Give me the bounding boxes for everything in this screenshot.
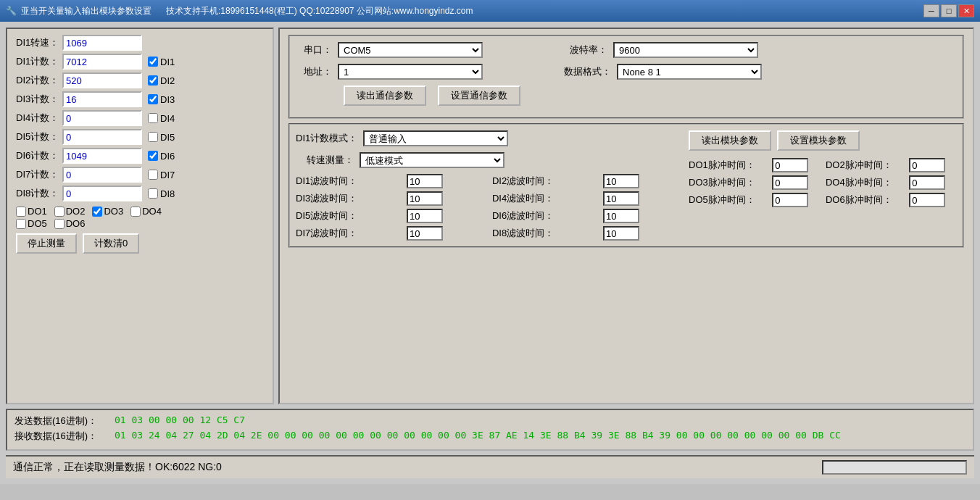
baud-select[interactable]: 9600 19200 38400 57600 115200 <box>613 42 758 58</box>
addr-row: 地址： 1 2 3 4 <box>296 64 520 80</box>
di1-count-label: DI1计数： <box>16 55 59 68</box>
di7-checkbox[interactable] <box>148 170 158 180</box>
read-comm-button[interactable]: 读出通信参数 <box>344 86 426 106</box>
di8-checkbox[interactable] <box>148 188 158 199</box>
do2-pulse-input[interactable] <box>909 158 945 172</box>
di1-filter-label: DI1滤波时间： <box>296 175 399 188</box>
di2-count-label: DI2计数： <box>16 74 59 87</box>
speed-mode-label: 转速测量： <box>296 154 354 167</box>
do3-item: DO3 <box>92 206 123 217</box>
comm-section: 串口： COM5 COM1 COM2 COM3 COM4 COM6 <box>288 35 964 119</box>
dataformat-select[interactable]: None 8 1 Even 8 1 Odd 8 1 <box>617 64 762 80</box>
di6-filter-label: DI6滤波时间： <box>492 209 596 222</box>
do6-checkbox[interactable] <box>54 219 65 229</box>
do1-pulse-input[interactable] <box>772 158 808 172</box>
di8-filter-input[interactable] <box>603 226 639 241</box>
title-bar-controls: ─ □ ✕ <box>923 4 974 17</box>
di4-count-label: DI4计数： <box>16 112 59 125</box>
di5-checkbox[interactable] <box>148 132 158 142</box>
di1-mode-label: DI1计数模式： <box>296 132 357 145</box>
do6-label: DO6 <box>66 218 86 229</box>
di6-count-input[interactable] <box>62 148 142 164</box>
module-section: DI1计数模式： 普通输入 计数模式 速度模式 转速测量： 低速模式 <box>288 123 964 248</box>
di2-filter-input[interactable] <box>603 174 639 188</box>
di2-checkbox[interactable] <box>148 75 158 86</box>
di5-filter-input[interactable] <box>407 209 443 223</box>
do4-item: DO4 <box>130 206 162 217</box>
addr-select[interactable]: 1 2 3 4 <box>338 64 483 80</box>
di6-checkbox-label: DI6 <box>160 151 175 162</box>
do-row-1: DO1 DO2 DO3 DO4 <box>16 206 264 217</box>
di6-filter-input[interactable] <box>603 209 639 223</box>
do4-pulse-input[interactable] <box>909 175 945 190</box>
di1-mode-select[interactable]: 普通输入 计数模式 速度模式 <box>363 130 508 146</box>
di7-filter-label: DI7滤波时间： <box>296 227 399 240</box>
addr-label: 地址： <box>296 65 332 78</box>
di5-count-input[interactable] <box>62 129 142 145</box>
do4-checkbox[interactable] <box>130 207 141 217</box>
set-comm-button[interactable]: 设置通信参数 <box>438 86 520 106</box>
do3-pulse-label: DO3脉冲时间： <box>689 176 766 189</box>
port-select[interactable]: COM5 COM1 COM2 COM3 COM4 COM6 <box>338 42 483 58</box>
di7-count-row: DI7计数： DI7 <box>16 167 264 183</box>
dataformat-row: 数据格式： None 8 1 Even 8 1 Odd 8 1 <box>564 64 762 80</box>
di7-filter-input[interactable] <box>407 226 443 241</box>
di3-filter-input[interactable] <box>407 191 443 206</box>
di7-count-input[interactable] <box>62 167 142 183</box>
do3-checkbox[interactable] <box>92 207 102 217</box>
do5-label: DO5 <box>28 218 47 229</box>
speed-mode-select[interactable]: 低速模式 高速模式 <box>360 152 504 168</box>
set-module-button[interactable]: 设置模块参数 <box>777 130 860 151</box>
di6-checkbox[interactable] <box>148 151 158 161</box>
di4-filter-input[interactable] <box>603 191 639 206</box>
do3-pulse-input[interactable] <box>772 175 808 190</box>
pulse-grid: DO1脉冲时间： DO2脉冲时间： DO3脉冲时间： DO4脉冲时间： DO5脉… <box>689 158 957 207</box>
di4-count-input[interactable] <box>62 110 142 126</box>
di2-filter-label: DI2滤波时间： <box>492 175 596 188</box>
do3-label: DO3 <box>104 206 123 217</box>
di1-speed-input[interactable] <box>62 35 142 51</box>
di8-checkbox-area: DI8 <box>148 188 175 199</box>
maximize-button[interactable]: □ <box>941 4 957 17</box>
di3-filter-label: DI3滤波时间： <box>296 192 399 205</box>
di3-count-input[interactable] <box>62 91 142 107</box>
di4-checkbox-area: DI4 <box>148 113 175 124</box>
di1-checkbox[interactable] <box>148 57 158 67</box>
do5-checkbox[interactable] <box>16 219 26 229</box>
recv-data-row: 接收数据(16进制)： 01 03 24 04 27 04 2D 04 2E 0… <box>14 430 966 443</box>
di1-filter-input[interactable] <box>407 174 443 188</box>
di2-checkbox-label: DI2 <box>160 75 175 86</box>
di5-checkbox-label: DI5 <box>160 132 175 143</box>
read-module-button[interactable]: 读出模块参数 <box>689 130 771 151</box>
do6-pulse-input[interactable] <box>909 193 945 207</box>
do-row-2: DO5 DO6 <box>16 218 264 229</box>
clear-count-button[interactable]: 计数清0 <box>83 233 139 254</box>
send-data-value: 01 03 00 00 00 12 C5 C7 <box>115 414 245 425</box>
do2-checkbox[interactable] <box>54 207 65 217</box>
do1-checkbox[interactable] <box>16 207 26 217</box>
port-label: 串口： <box>296 43 332 57</box>
module-right: 读出模块参数 设置模块参数 DO1脉冲时间： DO2脉冲时间： DO3脉冲时间：… <box>689 130 957 207</box>
right-panel: 串口： COM5 COM1 COM2 COM3 COM4 COM6 <box>278 28 974 404</box>
send-data-label: 发送数据(16进制)： <box>14 414 109 428</box>
di3-checkbox[interactable] <box>148 94 158 104</box>
di2-count-input[interactable] <box>62 72 142 88</box>
di3-checkbox-label: DI3 <box>160 94 175 105</box>
di1-count-input[interactable] <box>62 54 142 70</box>
stop-measure-button[interactable]: 停止测量 <box>16 233 77 254</box>
close-button[interactable]: ✕ <box>958 4 974 17</box>
di1-speed-row: DI1转速： <box>16 35 264 51</box>
di5-filter-label: DI5滤波时间： <box>296 209 399 222</box>
dataformat-label: 数据格式： <box>564 65 611 78</box>
status-indicator <box>822 460 967 475</box>
recv-data-value: 01 03 24 04 27 04 2D 04 2E 00 00 00 00 0… <box>115 430 841 441</box>
di4-checkbox[interactable] <box>148 113 158 123</box>
minimize-button[interactable]: ─ <box>923 4 939 17</box>
di8-count-input[interactable] <box>62 186 142 201</box>
do5-pulse-input[interactable] <box>772 193 808 207</box>
recv-data-label: 接收数据(16进制)： <box>14 430 109 443</box>
di6-checkbox-area: DI6 <box>148 151 175 162</box>
data-panels: 发送数据(16进制)： 01 03 00 00 00 12 C5 C7 接收数据… <box>6 409 974 451</box>
title-bar: 🔧 亚当开关量输入输出模块参数设置 技术支持手机:18996151448(程工)… <box>0 0 980 22</box>
app-icon: 🔧 <box>6 6 17 16</box>
